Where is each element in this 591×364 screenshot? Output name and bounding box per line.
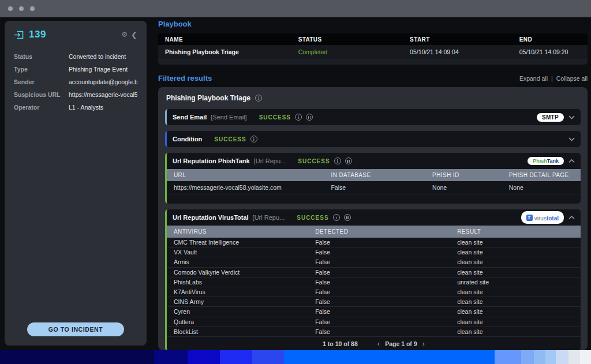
playbook-table-header: NAME STATUS START END <box>158 33 588 45</box>
info-icon[interactable]: i <box>255 95 262 102</box>
step-condition: Condition SUCCESS i <box>165 131 581 147</box>
virustotal-table-header: ANTIVIRUS DETECTED RESULT <box>167 226 581 238</box>
field-suspicious-url: Suspicious URL https://messagerie-vocal5… <box>14 91 137 98</box>
footer-color-strip <box>0 350 591 364</box>
col-end: END <box>513 36 588 43</box>
strip-segment <box>284 350 495 364</box>
phishtank-table-row[interactable]: https://messagerie-vocal58.yolasite.com … <box>167 181 581 194</box>
chevron-up-icon[interactable] <box>568 216 575 220</box>
virustotal-table-row[interactable]: VX Vault False clean site <box>167 247 581 257</box>
window-dot[interactable] <box>19 6 24 11</box>
incident-panel: 139 ⚙ ❮ Status Converted to incident Typ… <box>5 21 147 346</box>
filtered-results-title: Filtered results <box>158 74 212 82</box>
field-sender: Sender accountupdate@google.bus... <box>14 78 137 85</box>
playbook-run-title: Phishing Playbook Triage <box>166 94 250 102</box>
col-name: NAME <box>158 36 291 43</box>
chevron-up-icon[interactable] <box>568 159 575 163</box>
playbook-table-row[interactable]: Phishing Playbook Triage Completed 05/10… <box>158 45 588 59</box>
window-titlebar <box>0 0 591 17</box>
page-next-icon[interactable]: › <box>422 340 425 347</box>
playbook-table: NAME STATUS START END Phishing Playbook … <box>158 33 588 65</box>
status-badge: SUCCESS <box>259 114 291 121</box>
virustotal-table-row[interactable]: BlockList False clean site <box>167 327 581 337</box>
step-send-email: Send Email [Send Email] SUCCESS i SMTP <box>165 109 581 125</box>
info-icon[interactable]: i <box>250 136 257 142</box>
expand-all-link[interactable]: Expand all <box>519 75 548 82</box>
virustotal-table-row[interactable]: K7AntiVirus False clean site <box>167 287 581 297</box>
io-icon[interactable] <box>345 157 352 164</box>
go-to-incident-button[interactable]: GO TO INCIDENT <box>27 322 124 336</box>
main-content: Playbook NAME STATUS START END Phishing … <box>158 20 588 350</box>
phishtank-logo-text: Tank <box>547 158 559 164</box>
status-completed: Completed <box>291 48 403 55</box>
strip-segment <box>568 350 580 364</box>
col-status: STATUS <box>291 36 403 43</box>
virustotal-icon: Σ <box>526 215 533 221</box>
filtered-results-panel: Phishing Playbook Triage i Send Email [S… <box>158 87 588 350</box>
app-background: 139 ⚙ ❮ Status Converted to incident Typ… <box>0 17 591 350</box>
strip-segment <box>556 350 568 364</box>
io-icon[interactable] <box>344 214 351 221</box>
info-icon[interactable]: i <box>295 114 302 121</box>
field-operator: Operator L1 - Analysts <box>14 104 137 111</box>
strip-segment <box>188 350 220 364</box>
strip-segment <box>252 350 284 364</box>
strip-segment <box>545 350 556 364</box>
virustotal-pagination: 1 to 10 of 88 ‹ Page 1 of 9 › <box>167 337 581 351</box>
io-icon[interactable] <box>306 114 313 121</box>
strip-segment <box>534 350 545 364</box>
chevron-down-icon[interactable] <box>568 115 575 119</box>
virustotal-table-row[interactable]: Comodo Valkyrie Verdict False clean site <box>167 268 581 277</box>
step-virustotal: Url Reputation VirusTotal [Url Repu... S… <box>165 209 581 351</box>
field-type: Type Phishing Triage Event <box>14 66 137 73</box>
virustotal-table-row[interactable]: Quttera False clean site <box>167 317 581 327</box>
phishtank-table-footer <box>167 194 581 204</box>
window-dot[interactable] <box>8 6 13 11</box>
strip-segment <box>580 350 591 364</box>
status-badge: SUCCESS <box>297 215 328 221</box>
virustotal-table-row[interactable]: PhishLabs False unrated site <box>167 277 581 287</box>
gear-icon[interactable]: ⚙ <box>121 31 128 39</box>
strip-segment <box>154 350 188 364</box>
pagination-range: 1 to 10 of 88 <box>323 340 358 347</box>
page-prev-icon[interactable]: ‹ <box>377 340 380 347</box>
virustotal-table-row[interactable]: CINS Army False clean site <box>167 297 581 307</box>
virustotal-brand-badge[interactable]: Σ virustotal <box>521 211 564 224</box>
strip-segment <box>0 350 154 364</box>
strip-segment <box>521 350 534 364</box>
smtp-brand-badge[interactable]: SMTP <box>537 113 564 122</box>
status-badge: SUCCESS <box>214 136 246 142</box>
virustotal-table-row[interactable]: CMC Threat Intelligence False clean site <box>167 238 581 247</box>
step-phishtank: Url Reputation PhishTank [Url Repu... SU… <box>165 153 581 204</box>
incident-id: 139 <box>29 29 46 40</box>
playbook-section-title: Playbook <box>158 20 588 28</box>
col-start: START <box>403 36 513 43</box>
playbook-table-footer <box>158 59 588 65</box>
virustotal-table-row[interactable]: Armis False clean site <box>167 257 581 267</box>
field-status: Status Converted to incident <box>14 53 137 60</box>
info-icon[interactable]: i <box>334 157 341 164</box>
collapse-panel-icon[interactable]: ❮ <box>131 31 137 39</box>
window-dot[interactable] <box>30 6 35 11</box>
info-icon[interactable]: i <box>333 214 340 221</box>
strip-segment <box>220 350 252 364</box>
pagination-page: Page 1 of 9 <box>385 340 417 347</box>
incident-fields: Status Converted to incident Type Phishi… <box>14 53 137 111</box>
chevron-down-icon[interactable] <box>568 137 575 141</box>
incident-icon <box>14 31 24 39</box>
strip-segment <box>495 350 521 364</box>
virustotal-table-row[interactable]: Cyren False clean site <box>167 307 581 317</box>
collapse-all-link[interactable]: Collapse all <box>556 75 588 82</box>
phishtank-brand-badge[interactable]: PhishTank <box>528 157 564 165</box>
phishtank-table-header: URL IN DATABASE PHISH ID PHISH DETAIL PA… <box>167 169 581 181</box>
status-badge: SUCCESS <box>298 158 330 164</box>
